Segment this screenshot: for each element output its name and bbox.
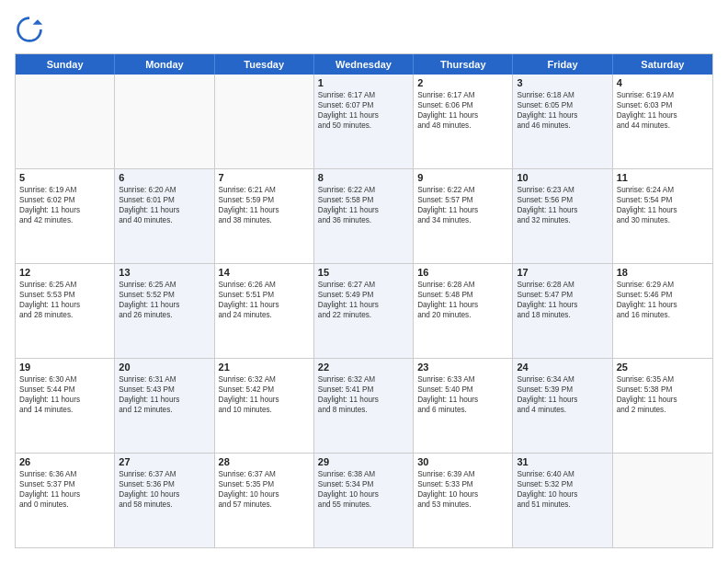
calendar-cell-3-2: 13Sunrise: 6:25 AMSunset: 5:52 PMDayligh…	[115, 264, 214, 358]
cell-line: and 50 minutes.	[318, 121, 409, 131]
cell-line: and 51 minutes.	[517, 500, 608, 510]
cell-line: Daylight: 11 hours	[517, 395, 608, 405]
cell-line: and 38 minutes.	[219, 215, 310, 225]
day-number: 5	[19, 172, 110, 183]
cell-line: Sunset: 6:02 PM	[19, 195, 110, 205]
cell-line: and 58 minutes.	[119, 500, 210, 510]
cell-line: Daylight: 11 hours	[318, 205, 409, 215]
cell-line: Daylight: 11 hours	[517, 110, 608, 121]
cell-line: Sunset: 5:59 PM	[219, 195, 310, 205]
cell-line: Daylight: 11 hours	[617, 110, 709, 121]
cell-line: Sunrise: 6:28 AM	[417, 280, 508, 290]
day-number: 23	[417, 362, 508, 373]
day-number: 17	[517, 267, 608, 278]
calendar-cell-2-7: 11Sunrise: 6:24 AMSunset: 5:54 PMDayligh…	[613, 169, 712, 263]
day-number: 13	[119, 267, 210, 278]
day-number: 9	[417, 172, 508, 183]
day-number: 6	[119, 172, 210, 183]
cell-line: Daylight: 11 hours	[417, 110, 508, 121]
day-number: 29	[318, 456, 409, 467]
cell-line: and 28 minutes.	[19, 310, 110, 320]
cell-line: Daylight: 11 hours	[19, 205, 110, 215]
weekday-header-monday: Monday	[115, 54, 214, 75]
calendar-cell-3-4: 15Sunrise: 6:27 AMSunset: 5:49 PMDayligh…	[314, 264, 414, 358]
cell-line: Sunset: 6:03 PM	[617, 100, 709, 110]
day-number: 18	[617, 267, 709, 278]
cell-line: Daylight: 11 hours	[19, 489, 110, 500]
cell-line: Sunrise: 6:28 AM	[517, 280, 608, 290]
cell-line: Sunrise: 6:23 AM	[517, 185, 608, 195]
day-number: 21	[219, 362, 310, 373]
cell-line: Sunrise: 6:24 AM	[617, 185, 709, 195]
cell-line: Sunrise: 6:38 AM	[318, 469, 409, 479]
calendar-cell-3-7: 18Sunrise: 6:29 AMSunset: 5:46 PMDayligh…	[613, 264, 712, 358]
cell-line: and 0 minutes.	[19, 500, 110, 510]
calendar-cell-3-1: 12Sunrise: 6:25 AMSunset: 5:53 PMDayligh…	[16, 264, 115, 358]
calendar-cell-5-6: 31Sunrise: 6:40 AMSunset: 5:32 PMDayligh…	[513, 454, 612, 547]
calendar-cell-2-1: 5Sunrise: 6:19 AMSunset: 6:02 PMDaylight…	[16, 169, 115, 263]
calendar-cell-4-1: 19Sunrise: 6:30 AMSunset: 5:44 PMDayligh…	[16, 359, 115, 453]
cell-line: and 40 minutes.	[119, 215, 210, 225]
cell-line: Sunrise: 6:35 AM	[617, 374, 709, 385]
cell-line: Sunrise: 6:18 AM	[517, 90, 608, 100]
calendar-cell-1-6: 3Sunrise: 6:18 AMSunset: 6:05 PMDaylight…	[513, 75, 612, 168]
day-number: 11	[617, 172, 709, 183]
cell-line: Daylight: 11 hours	[318, 395, 409, 405]
cell-line: Sunset: 5:57 PM	[417, 195, 508, 205]
calendar-cell-2-3: 7Sunrise: 6:21 AMSunset: 5:59 PMDaylight…	[215, 169, 314, 263]
day-number: 30	[417, 456, 508, 467]
cell-line: Daylight: 11 hours	[119, 300, 210, 310]
cell-line: Sunset: 6:06 PM	[417, 100, 508, 110]
calendar-row-4: 19Sunrise: 6:30 AMSunset: 5:44 PMDayligh…	[16, 359, 712, 454]
cell-line: Daylight: 11 hours	[19, 300, 110, 310]
day-number: 19	[19, 362, 110, 373]
weekday-header-saturday: Saturday	[613, 54, 712, 75]
cell-line: Sunset: 5:48 PM	[417, 290, 508, 300]
cell-line: Sunrise: 6:34 AM	[517, 374, 608, 385]
day-number: 3	[517, 77, 608, 88]
cell-line: and 8 minutes.	[318, 405, 409, 415]
cell-line: and 18 minutes.	[517, 310, 608, 320]
cell-line: and 20 minutes.	[417, 310, 508, 320]
cell-line: Sunset: 5:35 PM	[219, 479, 310, 489]
day-number: 15	[318, 267, 409, 278]
weekday-header-friday: Friday	[513, 54, 612, 75]
cell-line: Sunrise: 6:17 AM	[417, 90, 508, 100]
cell-line: Sunset: 6:05 PM	[517, 100, 608, 110]
calendar-cell-1-5: 2Sunrise: 6:17 AMSunset: 6:06 PMDaylight…	[414, 75, 513, 168]
day-number: 8	[318, 172, 409, 183]
day-number: 24	[517, 362, 608, 373]
cell-line: Sunrise: 6:25 AM	[19, 280, 110, 290]
cell-line: Sunset: 5:58 PM	[318, 195, 409, 205]
cell-line: and 55 minutes.	[318, 500, 409, 510]
cell-line: Sunrise: 6:39 AM	[417, 469, 508, 479]
day-number: 1	[318, 77, 409, 88]
cell-line: Daylight: 11 hours	[219, 300, 310, 310]
calendar-cell-5-3: 28Sunrise: 6:37 AMSunset: 5:35 PMDayligh…	[215, 454, 314, 547]
cell-line: and 46 minutes.	[517, 121, 608, 131]
calendar-cell-4-3: 21Sunrise: 6:32 AMSunset: 5:42 PMDayligh…	[215, 359, 314, 453]
cell-line: Sunrise: 6:36 AM	[19, 469, 110, 479]
cell-line: and 2 minutes.	[617, 405, 709, 415]
logo	[15, 15, 48, 44]
logo-icon	[15, 15, 44, 44]
cell-line: Sunset: 5:46 PM	[617, 290, 709, 300]
cell-line: Sunrise: 6:33 AM	[417, 374, 508, 385]
cell-line: and 32 minutes.	[517, 215, 608, 225]
cell-line: Sunrise: 6:27 AM	[318, 280, 409, 290]
header	[15, 15, 713, 44]
calendar-cell-4-7: 25Sunrise: 6:35 AMSunset: 5:38 PMDayligh…	[613, 359, 712, 453]
cell-line: Sunset: 5:42 PM	[219, 385, 310, 395]
calendar-cell-1-4: 1Sunrise: 6:17 AMSunset: 6:07 PMDaylight…	[314, 75, 414, 168]
cell-line: Sunrise: 6:21 AM	[219, 185, 310, 195]
calendar-cell-1-2	[115, 75, 214, 168]
cell-line: Sunrise: 6:26 AM	[219, 280, 310, 290]
day-number: 26	[19, 456, 110, 467]
cell-line: and 44 minutes.	[617, 121, 709, 131]
cell-line: Daylight: 11 hours	[417, 395, 508, 405]
calendar-row-3: 12Sunrise: 6:25 AMSunset: 5:53 PMDayligh…	[16, 264, 712, 359]
cell-line: Daylight: 11 hours	[219, 205, 310, 215]
calendar-cell-1-7: 4Sunrise: 6:19 AMSunset: 6:03 PMDaylight…	[613, 75, 712, 168]
calendar-cell-5-7	[613, 454, 712, 547]
cell-line: Daylight: 11 hours	[417, 205, 508, 215]
